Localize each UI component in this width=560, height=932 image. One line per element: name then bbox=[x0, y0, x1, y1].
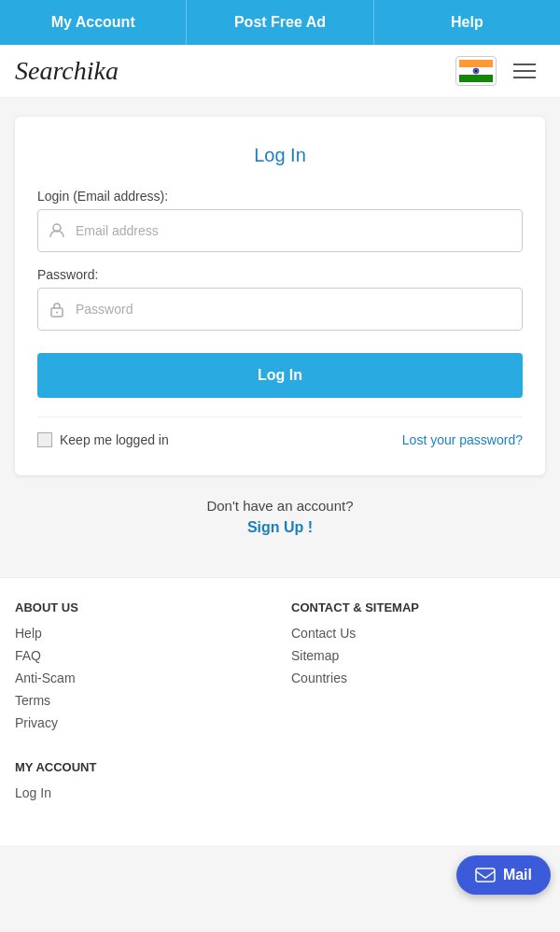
footer-link-contact-us[interactable]: Contact Us bbox=[291, 626, 545, 641]
mail-button-label: Mail bbox=[503, 867, 532, 883]
footer-contact-section: CONTACT & SITEMAP Contact Us Sitemap Cou… bbox=[291, 600, 545, 738]
user-icon bbox=[38, 210, 76, 251]
footer-link-help[interactable]: Help bbox=[15, 626, 269, 641]
login-title: Log In bbox=[37, 145, 523, 166]
footer-link-terms[interactable]: Terms bbox=[15, 693, 269, 708]
footer-about-title: ABOUT US bbox=[15, 600, 269, 614]
email-label: Login (Email address): bbox=[37, 189, 523, 204]
footer-my-account-title: MY ACCOUNT bbox=[15, 760, 545, 774]
site-footer: ABOUT US Help FAQ Anti-Scam Terms Privac… bbox=[0, 577, 560, 845]
mail-icon bbox=[475, 868, 496, 883]
svg-rect-0 bbox=[459, 60, 493, 67]
top-nav: My Account Post Free Ad Help bbox=[0, 0, 560, 45]
site-header: Searchika bbox=[0, 45, 560, 98]
password-form-group: Password: bbox=[37, 267, 523, 331]
svg-point-19 bbox=[56, 312, 58, 314]
remember-me-checkbox[interactable] bbox=[37, 432, 52, 447]
lock-icon bbox=[38, 289, 76, 330]
site-logo: Searchika bbox=[15, 56, 119, 86]
password-input[interactable] bbox=[76, 289, 522, 330]
main-content: Log In Login (Email address): Password: bbox=[0, 98, 560, 577]
signup-link[interactable]: Sign Up ! bbox=[15, 519, 545, 536]
remember-me-label: Keep me logged in bbox=[60, 432, 169, 447]
login-card: Log In Login (Email address): Password: bbox=[15, 117, 545, 475]
hamburger-menu-button[interactable] bbox=[504, 56, 545, 86]
signup-prompt-text: Don't have an account? bbox=[206, 498, 353, 514]
nav-help[interactable]: Help bbox=[374, 0, 560, 45]
lost-password-link[interactable]: Lost your password? bbox=[402, 432, 523, 447]
footer-my-account-section: MY ACCOUNT Log In bbox=[15, 760, 545, 800]
email-input[interactable] bbox=[76, 210, 522, 251]
footer-grid: ABOUT US Help FAQ Anti-Scam Terms Privac… bbox=[15, 600, 545, 738]
login-button[interactable]: Log In bbox=[37, 353, 523, 398]
footer-about-section: ABOUT US Help FAQ Anti-Scam Terms Privac… bbox=[15, 600, 269, 738]
nav-post-free-ad[interactable]: Post Free Ad bbox=[187, 0, 373, 45]
signup-section: Don't have an account? Sign Up ! bbox=[15, 498, 545, 536]
email-input-wrapper bbox=[37, 209, 523, 252]
hamburger-line-3 bbox=[513, 77, 536, 78]
footer-link-login[interactable]: Log In bbox=[15, 785, 545, 800]
remember-me-row: Keep me logged in bbox=[37, 432, 169, 447]
footer-link-antiscam[interactable]: Anti-Scam bbox=[15, 671, 269, 685]
footer-link-faq[interactable]: FAQ bbox=[15, 648, 269, 663]
email-form-group: Login (Email address): bbox=[37, 189, 523, 252]
svg-rect-2 bbox=[459, 75, 493, 82]
footer-link-privacy[interactable]: Privacy bbox=[15, 715, 269, 730]
mail-button[interactable]: Mail bbox=[456, 855, 551, 895]
svg-rect-20 bbox=[476, 868, 495, 882]
login-bottom-row: Keep me logged in Lost your password? bbox=[37, 417, 523, 447]
hamburger-line-1 bbox=[513, 64, 536, 65]
flag-button[interactable] bbox=[455, 56, 497, 86]
footer-contact-title: CONTACT & SITEMAP bbox=[291, 600, 545, 614]
password-input-wrapper bbox=[37, 288, 523, 331]
password-label: Password: bbox=[37, 267, 523, 282]
nav-my-account[interactable]: My Account bbox=[0, 0, 187, 45]
footer-link-sitemap[interactable]: Sitemap bbox=[291, 648, 545, 663]
india-flag-icon bbox=[459, 60, 493, 82]
footer-link-countries[interactable]: Countries bbox=[291, 671, 545, 685]
header-right bbox=[455, 56, 545, 86]
hamburger-line-2 bbox=[513, 70, 536, 72]
